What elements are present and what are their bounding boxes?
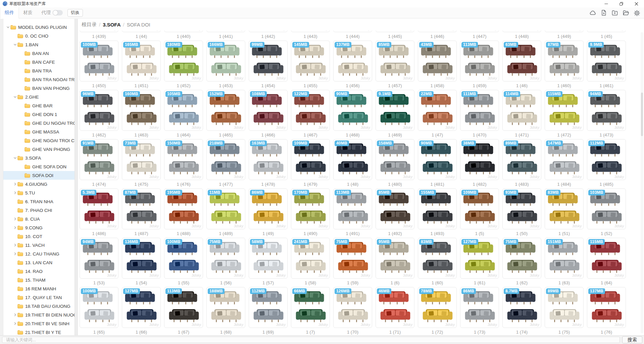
asset-card[interactable]: 3dsky115MB xyxy=(587,238,626,279)
tree-item-ban-van-phong[interactable]: BAN VAN PHONG xyxy=(3,84,75,93)
chevron-down-icon[interactable] xyxy=(5,25,10,29)
asset-card[interactable]: 3dsky xyxy=(376,31,414,32)
asset-card[interactable]: 3dsky100MB xyxy=(80,41,118,81)
asset-card[interactable]: 3dsky75MB xyxy=(333,238,372,279)
tree-item-10-cot[interactable]: 10. COT xyxy=(3,232,75,241)
settings-gear-icon[interactable] xyxy=(633,9,641,17)
asset-card[interactable]: 3dsky195MB xyxy=(164,188,203,229)
asset-card[interactable]: 3dsky63MB xyxy=(502,41,541,81)
asset-card[interactable]: 3dsky xyxy=(122,31,161,32)
asset-card[interactable]: 3dsky83MB xyxy=(545,188,584,229)
asset-card[interactable]: 3dsky40MB xyxy=(333,139,372,180)
tree-item-7-phao-chi[interactable]: 7. PHAO CHI xyxy=(3,206,75,215)
tree-item-12-cau-thang[interactable]: 12. CAU THANG xyxy=(3,249,75,258)
asset-card[interactable]: 3dsky86MB xyxy=(460,287,499,328)
proxy-toggle[interactable] xyxy=(53,10,63,15)
asset-card[interactable]: 3dsky90MB xyxy=(418,139,457,180)
asset-card[interactable]: 3dsky58MB xyxy=(249,238,288,279)
tab-proxy[interactable]: 代理 xyxy=(37,7,52,18)
asset-card[interactable]: 3dsky241MB xyxy=(291,238,330,279)
asset-card[interactable]: 3dsky85MB xyxy=(376,41,414,81)
sidebar-splitter[interactable] xyxy=(75,19,78,335)
chevron-right-icon[interactable] xyxy=(12,182,17,186)
folder-open-icon[interactable] xyxy=(622,9,630,17)
asset-card[interactable]: 3dsky99MB xyxy=(249,41,288,81)
breadcrumb-category[interactable]: 3.SOFA xyxy=(103,22,120,27)
tree-item-19-thiet-bi-dien-nuoc[interactable]: 19.THIET BI DIEN NUOC xyxy=(3,310,75,319)
tree-item-ban-tra[interactable]: BAN TRA xyxy=(3,66,75,75)
asset-card[interactable]: 3dsky114MB xyxy=(502,90,541,131)
asset-card[interactable]: 3dsky108MB xyxy=(249,90,288,131)
asset-card[interactable]: 3dsky5.3MB xyxy=(80,188,118,229)
tree-item-model-dung-plugin[interactable]: MODEL DUNG PLUGIN xyxy=(3,23,75,32)
tree-item-17-quay-le-tan[interactable]: 17. QUAY LE TAN xyxy=(3,293,75,302)
asset-card[interactable]: 3dsky147MB xyxy=(545,139,584,180)
tree-item-ghe-bar[interactable]: GHE BAR xyxy=(3,101,75,110)
asset-card[interactable]: 3dsky46MB xyxy=(376,287,414,328)
asset-card[interactable]: 3dsky66MB xyxy=(291,287,330,328)
asset-card[interactable]: 3dsky127MB xyxy=(460,238,499,279)
asset-card[interactable]: 3dsky xyxy=(460,31,499,32)
asset-card[interactable]: 3dsky87MB xyxy=(545,41,584,81)
tree-item-ghe-sofa-don[interactable]: GHE SOFA DON xyxy=(3,162,75,171)
sidebar-scrollbar[interactable] xyxy=(0,19,3,335)
asset-card[interactable]: 3dsky160MB xyxy=(122,90,161,131)
asset-card[interactable]: 3dsky xyxy=(206,31,245,32)
tree-item-ghe-ngoai-troi-co[interactable]: GHE NGOAI TROI CO xyxy=(3,136,75,145)
file-plus-icon[interactable] xyxy=(599,9,608,17)
asset-card[interactable]: 3dsky115MB xyxy=(545,90,584,131)
tree-item-5-tu[interactable]: 5.TU xyxy=(3,188,75,197)
tree-item-ban-an[interactable]: BAN AN xyxy=(3,49,75,58)
asset-card[interactable]: 3dsky9.1MB xyxy=(376,90,414,131)
asset-card[interactable]: 3dsky100MB xyxy=(80,287,118,328)
tree-item-sofa-doi[interactable]: SOFA DOI xyxy=(3,171,75,180)
asset-card[interactable]: 3dsky155MB xyxy=(418,188,457,229)
asset-card[interactable]: 3dsky166MB xyxy=(206,41,245,81)
asset-card[interactable]: 3dsky137MB xyxy=(587,287,626,328)
tree-item-21-thiet-bi-y-te[interactable]: 21.THIET BI Y TE xyxy=(3,328,75,335)
close-button[interactable] xyxy=(629,0,644,7)
asset-card[interactable]: 3dsky xyxy=(587,31,626,32)
tab-materials[interactable]: 材质 xyxy=(19,7,37,18)
asset-card[interactable]: 3dsky170MB xyxy=(291,188,330,229)
switch-button[interactable]: 切换 xyxy=(67,9,83,17)
grid-scrollbar-thumb[interactable] xyxy=(641,93,643,136)
tree-item-15-tham[interactable]: 15. THAM xyxy=(3,276,75,284)
tree-item-20-thiet-bi-ve-sinh[interactable]: 20.THIET BI VE SINH xyxy=(3,319,75,328)
asset-card[interactable]: 3dsky38MB xyxy=(460,139,499,180)
asset-card[interactable]: 3dsky75MB xyxy=(206,238,245,279)
asset-card[interactable]: 3dsky113MB xyxy=(460,41,499,81)
tree-item-13-lan-can[interactable]: 13. LAN CAN xyxy=(3,258,75,267)
grid-scrollbar[interactable] xyxy=(641,32,643,333)
asset-card[interactable]: 3dsky73MB xyxy=(122,139,161,180)
asset-card[interactable]: 3dsky85MB xyxy=(376,188,414,229)
tree-item-9-cong[interactable]: 9.CONG xyxy=(3,223,75,232)
asset-card[interactable]: 3dsky136MB xyxy=(122,238,161,279)
chevron-right-icon[interactable] xyxy=(12,243,17,247)
tree-item-1-ban[interactable]: 1.BAN xyxy=(3,40,75,49)
asset-card[interactable]: 3dsky89MB xyxy=(545,287,584,328)
asset-card[interactable]: 3dsky43MB xyxy=(418,41,457,81)
chevron-down-icon[interactable] xyxy=(12,43,17,47)
folder-plus-icon[interactable] xyxy=(610,9,619,17)
tree-item-4-giuong[interactable]: 4.GIUONG xyxy=(3,180,75,188)
asset-card[interactable]: 3dsky112MB xyxy=(249,287,288,328)
asset-card[interactable]: 3dsky113MB xyxy=(164,287,203,328)
tree-item-ban-tra-ngoai-troi[interactable]: BAN TRA NGOAI TROI xyxy=(3,75,75,84)
tab-components[interactable]: 组件 xyxy=(0,7,19,18)
asset-card[interactable]: 3dsky75MB xyxy=(502,238,541,279)
tree-item-16-rem-manh[interactable]: 16 REM MANH xyxy=(3,284,75,293)
chevron-right-icon[interactable] xyxy=(12,217,17,221)
asset-card[interactable]: 3dsky122MB xyxy=(291,90,330,131)
asset-card[interactable]: 3dsky113MB xyxy=(333,188,372,229)
search-button[interactable]: 搜索 xyxy=(622,336,642,343)
asset-card[interactable]: 3dsky145MB xyxy=(291,41,330,81)
asset-card[interactable]: 3dsky94MB xyxy=(80,238,118,279)
asset-card[interactable]: 3dsky103MB xyxy=(587,188,626,229)
asset-card[interactable]: 3dsky8.7MB xyxy=(502,287,541,328)
asset-card[interactable]: 3dsky xyxy=(333,31,372,32)
tree-item-18-tab-dau-giuong[interactable]: 18.TAB DAU GIUONG xyxy=(3,302,75,310)
asset-card[interactable]: 3dsky90MB xyxy=(333,90,372,131)
asset-card[interactable]: 3dsky151MB xyxy=(545,238,584,279)
asset-card[interactable]: 3dsky218MB xyxy=(206,139,245,180)
